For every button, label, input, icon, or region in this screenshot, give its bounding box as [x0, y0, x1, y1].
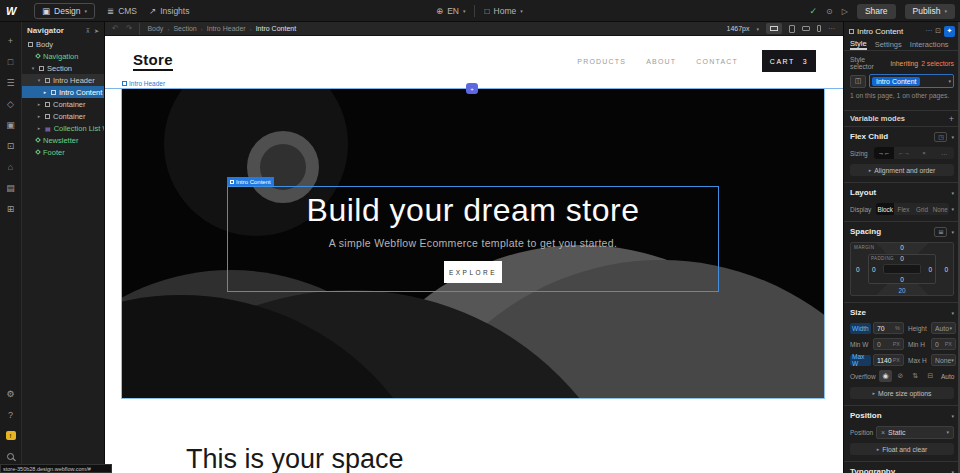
collapse-all-icon[interactable]: ⊼ — [86, 27, 90, 34]
float-and-clear-expander[interactable]: ▸ Float and clear — [850, 443, 954, 455]
max-height-input[interactable]: None ▾ — [931, 354, 956, 366]
tree-item-footer[interactable]: Footer — [22, 146, 104, 158]
breakpoint-portrait-button[interactable] — [817, 23, 821, 34]
help-icon[interactable]: ? — [0, 404, 21, 425]
tab-settings[interactable]: Settings — [875, 38, 902, 50]
create-component-icon[interactable]: ⊡ — [935, 27, 941, 35]
display-block-option[interactable]: Block — [876, 203, 894, 215]
margin-bottom-value[interactable]: 20 — [898, 287, 905, 294]
comments-icon[interactable]: ⊙ — [826, 7, 833, 16]
undo-icon[interactable]: ↶ — [112, 24, 119, 33]
spacing-options-icon[interactable]: ⊞ — [934, 227, 947, 237]
more-size-options-expander[interactable]: ▸ More size options — [850, 387, 954, 399]
collapse-section-icon[interactable]: ▾ — [951, 310, 954, 316]
display-flex-option[interactable]: Flex — [894, 203, 912, 215]
design-mode-button[interactable]: ▣ Design ▾ — [34, 3, 95, 19]
margin-top-value[interactable]: 0 — [900, 244, 904, 251]
tree-item-container-2[interactable]: ▸ Container — [22, 110, 104, 122]
collapse-section-icon[interactable]: ▾ — [951, 134, 954, 140]
tree-item-newsletter[interactable]: Newsletter — [22, 134, 104, 146]
redo-icon[interactable]: ↷ — [126, 24, 133, 33]
padding-left-value[interactable]: 0 — [872, 266, 876, 273]
publish-button[interactable]: Publish ▾ — [905, 4, 955, 19]
width-unit[interactable]: % — [895, 325, 900, 331]
tree-item-collection-list[interactable]: ▸ ▤ Collection List Wra... — [22, 122, 104, 134]
breadcrumb-body[interactable]: Body — [147, 25, 163, 32]
class-selector-input[interactable]: Intro Content ▾ — [869, 74, 954, 88]
tree-item-body[interactable]: Body — [22, 38, 104, 50]
sizing-shrink-option[interactable]: →← — [874, 147, 894, 159]
caret-right-icon[interactable]: ▸ — [36, 113, 42, 119]
flex-child-icon[interactable]: ◳ — [934, 132, 947, 142]
breadcrumb-intro-content[interactable]: Intro Content — [256, 25, 296, 32]
cart-button[interactable]: CART 3 — [762, 50, 816, 72]
intro-content-selected-element[interactable]: Build your dream store A simple Webflow … — [227, 186, 719, 292]
min-width-input[interactable]: 0 PX — [873, 338, 904, 350]
add-variable-mode-icon[interactable]: + — [949, 114, 954, 124]
height-input[interactable]: Auto ▾ — [931, 322, 956, 334]
selectors-count[interactable]: 2 selectors — [921, 60, 954, 67]
min-height-unit[interactable]: PX — [945, 341, 952, 347]
hero-heading[interactable]: Build your dream store — [307, 192, 640, 229]
display-none-option[interactable]: None — [931, 203, 949, 215]
caret-down-icon[interactable]: ▾ — [30, 65, 36, 71]
pages-icon[interactable]: □ — [0, 51, 21, 72]
pin-panel-icon[interactable]: ➤ — [94, 27, 99, 34]
breakpoint-desktop-button[interactable] — [766, 23, 782, 34]
locale-switcher[interactable]: ⊕ EN ▾ — [436, 6, 465, 16]
padding-right-value[interactable]: 0 — [928, 266, 932, 273]
add-element-icon[interactable]: + — [0, 30, 21, 51]
style-panel-toggle-icon[interactable]: ◫ — [850, 75, 866, 88]
intro-header-section[interactable]: Intro Content Build your dream store A s… — [121, 89, 825, 399]
nav-link-about[interactable]: ABOUT — [646, 58, 676, 65]
preview-icon[interactable]: ▷ — [842, 7, 848, 16]
webflow-logo-icon[interactable]: W — [6, 5, 22, 17]
variable-modes-row[interactable]: Variable modes + — [844, 110, 960, 126]
ai-assistant-icon[interactable]: ✦ — [944, 26, 955, 37]
collapse-section-icon[interactable]: ▾ — [951, 229, 954, 235]
upgrade-badge-icon[interactable]: ! — [0, 425, 21, 446]
overflow-visible-icon[interactable]: ◉ — [879, 370, 892, 382]
display-grid-option[interactable]: Grid — [913, 203, 931, 215]
caret-down-icon[interactable]: ▾ — [36, 77, 42, 83]
sizing-none-option[interactable]: × — [914, 147, 934, 159]
assets-icon[interactable]: ▣ — [0, 114, 21, 135]
breadcrumb-section[interactable]: Section — [173, 25, 196, 32]
tree-item-intro-content-selected[interactable]: ▸ Intro Content — [22, 86, 104, 98]
overflow-auto-option[interactable]: Auto — [941, 373, 954, 380]
breadcrumb-intro-header[interactable]: Intro Header — [207, 25, 246, 32]
store-logo[interactable]: Store — [133, 51, 173, 71]
variables-icon[interactable]: ⊡ — [0, 135, 21, 156]
nav-link-products[interactable]: PRODUCTS — [577, 58, 626, 65]
chevron-down-icon[interactable]: ▾ — [951, 206, 954, 212]
settings-gear-icon[interactable]: ⚙ — [0, 383, 21, 404]
insights-button[interactable]: ↗ Insights — [149, 6, 189, 16]
alignment-and-order-expander[interactable]: ▸ Alignment and order — [850, 164, 954, 176]
share-button[interactable]: Share — [857, 4, 896, 19]
overflow-clip-icon[interactable]: ⊟ — [924, 370, 937, 382]
breakpoint-landscape-button[interactable] — [802, 23, 810, 34]
tree-item-navigation[interactable]: Navigation — [22, 50, 104, 62]
section2-heading[interactable]: This is your space — [186, 444, 404, 473]
max-width-input[interactable]: 1140 PX — [873, 354, 904, 366]
design-canvas[interactable]: Store PRODUCTS ABOUT CONTACT CART 3 Intr… — [105, 36, 843, 473]
apps-icon[interactable]: ⊞ — [0, 198, 21, 219]
width-input[interactable]: 70 % — [873, 322, 904, 334]
collapse-section-icon[interactable]: ▾ — [951, 469, 954, 473]
libraries-icon[interactable]: ▤ — [0, 177, 21, 198]
section-drag-handle[interactable]: + — [466, 83, 478, 94]
caret-right-icon[interactable]: ▸ — [42, 89, 48, 95]
caret-right-icon[interactable]: ▸ — [36, 101, 42, 107]
caret-right-icon[interactable]: ▸ — [36, 125, 42, 131]
margin-left-value[interactable]: 0 — [856, 266, 860, 273]
position-select[interactable]: × Static ▾ — [876, 426, 954, 439]
overflow-hidden-icon[interactable]: ⊘ — [894, 370, 907, 382]
collapse-section-icon[interactable]: ▾ — [951, 190, 954, 196]
ecommerce-icon[interactable]: ⌂ — [0, 156, 21, 177]
intro-header-tag[interactable]: Intro Header — [122, 80, 165, 87]
intro-content-tag[interactable]: Intro Content — [227, 177, 274, 186]
page-switcher[interactable]: □ Home ▾ — [484, 6, 522, 16]
breakpoint-tablet-button[interactable] — [789, 23, 795, 34]
canvas-width-value[interactable]: 1467px — [727, 25, 750, 32]
padding-bottom-value[interactable]: 0 — [900, 276, 904, 283]
